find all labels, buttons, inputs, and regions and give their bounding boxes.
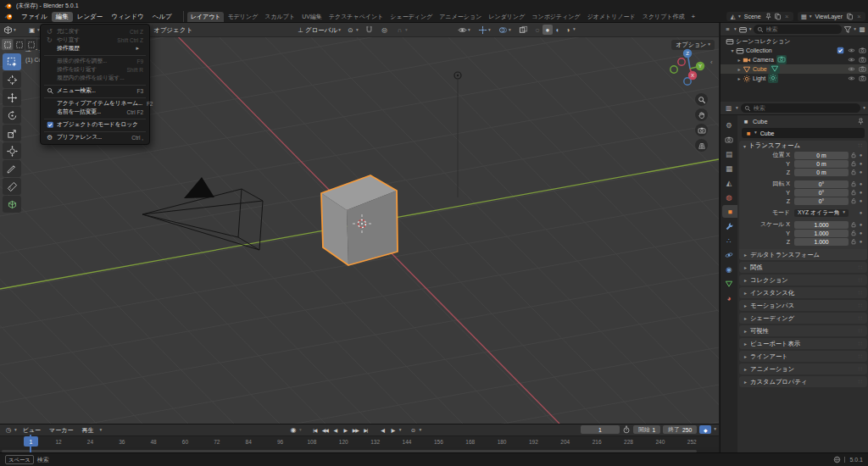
outliner-object-row[interactable]: ▸ Camera [721, 55, 868, 64]
new-viewlayer-icon[interactable] [846, 13, 854, 20]
perspective-toggle-button[interactable] [695, 139, 708, 152]
viewlayer-selector[interactable]: ▦▾ ViewLayer × [798, 12, 865, 21]
xray-toggle[interactable] [517, 25, 530, 36]
animate-dot-button[interactable]: ● [858, 169, 864, 175]
current-frame-field[interactable]: 1 [581, 425, 620, 434]
properties-panel-header[interactable]: ▸ モーションパス ∷ [739, 300, 867, 311]
properties-tab[interactable]: ∴ [721, 234, 737, 247]
shading-dropdown-caret-icon[interactable]: ▾ [573, 27, 576, 32]
playback-button[interactable]: ▶▶ [351, 425, 360, 435]
properties-panel-header[interactable]: ▸ コレクション ∷ [739, 275, 867, 286]
lock-toggle[interactable] [849, 169, 858, 175]
timeline-menu[interactable]: 再生 [77, 426, 97, 435]
menu-item[interactable]: 最後の操作を調整... F9 [41, 57, 149, 65]
blender-menu-icon[interactable] [4, 12, 14, 21]
properties-tab[interactable]: ◍ [721, 191, 737, 203]
delta-transform-panel[interactable]: ▸ デルタトランスフォーム [739, 249, 867, 260]
select-mode-button[interactable] [25, 39, 36, 50]
camera-view-button[interactable] [695, 124, 708, 136]
value-field[interactable]: 0° [794, 197, 849, 205]
lock-toggle[interactable] [849, 180, 858, 187]
transform-panel-header[interactable]: ▾ トランスフォーム ∷ [739, 141, 867, 151]
tool-button[interactable] [3, 71, 21, 88]
value-field[interactable]: 0 m [794, 160, 849, 168]
filter-icon[interactable] [843, 25, 852, 34]
menu-item[interactable]: 操作履歴 ▸ [41, 44, 149, 53]
timeline-menu[interactable]: ビュー [19, 426, 45, 435]
tool-button[interactable] [3, 178, 21, 195]
properties-tab[interactable] [721, 277, 737, 290]
shading-solid-button[interactable]: ● [542, 25, 553, 35]
axis-neg-x-handle[interactable] [678, 58, 685, 65]
lock-toggle[interactable] [849, 189, 858, 196]
playback-button[interactable]: ▶| [361, 425, 370, 435]
filter-collection-dropdown[interactable] [738, 25, 748, 34]
tool-button[interactable] [3, 142, 21, 159]
scene-collection-row[interactable]: シーンコレクション [721, 36, 868, 46]
tool-button[interactable] [3, 107, 21, 124]
workspace-tab[interactable]: レンダリング [485, 12, 528, 22]
menu-item[interactable]: 名前を一括変更... Ctrl F2 [41, 108, 149, 116]
tool-button[interactable] [3, 89, 21, 106]
value-field[interactable]: 1.000 [794, 238, 849, 246]
properties-panel-header[interactable]: ▸ ラインアート ∷ [739, 351, 867, 362]
snap-toggle[interactable] [363, 25, 376, 36]
animate-dot-button[interactable]: ● [858, 190, 864, 195]
auto-key-button[interactable]: ◉ [288, 425, 298, 435]
outliner-search-input[interactable] [766, 26, 839, 32]
outliner-options-icon[interactable]: ▩ [858, 25, 866, 34]
pin-icon[interactable] [765, 13, 772, 20]
expand-arrow-icon[interactable]: ▾ [729, 47, 736, 53]
outliner-object-row[interactable]: ▸ Light [721, 74, 868, 83]
lock-toggle[interactable] [849, 230, 858, 236]
eye-icon[interactable] [848, 47, 855, 54]
animate-dot-button[interactable]: ● [858, 210, 864, 215]
properties-search-input[interactable] [754, 105, 857, 111]
scene-selector[interactable]: ◭▾ Scene × [726, 12, 793, 21]
menu-item[interactable]: ファイル [17, 12, 52, 22]
properties-editor-icon[interactable]: ▥ [724, 104, 733, 113]
animate-dot-button[interactable]: ● [858, 161, 864, 166]
properties-panel-header[interactable]: ▸ ビューポート表示 ∷ [739, 338, 867, 349]
properties-tab[interactable] [721, 219, 737, 232]
frame-end-field[interactable]: 終了250 [663, 425, 697, 434]
properties-panel-header[interactable]: ▸ カスタムプロパティ ∷ [739, 376, 867, 387]
stopwatch-icon[interactable] [622, 425, 631, 434]
outliner-search[interactable] [754, 25, 843, 34]
animate-dot-button[interactable]: ● [858, 181, 864, 186]
properties-panel-header[interactable]: ▸ インスタンス化 ∷ [739, 287, 867, 298]
object-name-input[interactable] [759, 130, 862, 137]
shading-rendered-button[interactable]: ◑ [563, 25, 573, 35]
select-mode-button[interactable] [2, 39, 13, 50]
proportional-falloff-dropdown[interactable]: ∩▾ [393, 25, 409, 36]
value-field[interactable]: 0° [794, 189, 849, 197]
eye-icon[interactable] [848, 65, 855, 73]
proportional-edit-toggle[interactable]: ◎ [378, 25, 391, 36]
render-visibility-icon[interactable] [859, 75, 866, 82]
properties-tab[interactable]: ◉ [721, 263, 737, 275]
menu-item[interactable]: ↺ 元に戻す Ctrl Z [41, 27, 149, 36]
sidebar-toggle[interactable]: ‹ [710, 58, 713, 66]
expand-arrow-icon[interactable]: ▸ [736, 57, 743, 63]
animate-dot-button[interactable]: ● [858, 198, 864, 203]
shading-material-button[interactable]: ◐ [553, 25, 563, 35]
lock-toggle[interactable] [849, 221, 858, 228]
playback-button[interactable]: ◀ [331, 425, 340, 435]
menu-item[interactable]: ヘルプ [148, 12, 176, 22]
workspace-tab[interactable]: ジオメトリノード [584, 12, 639, 22]
menu-item[interactable]: 履歴内の操作を繰り返す... [41, 74, 149, 82]
properties-tab[interactable]: ■ [722, 205, 737, 218]
object-menu[interactable]: オブジェクト [153, 26, 192, 35]
animate-dot-button[interactable]: ● [858, 222, 864, 227]
workspace-tab[interactable]: UV編集 [298, 12, 326, 22]
menu-item[interactable]: レンダー [73, 12, 108, 22]
properties-tab[interactable]: ◭ [721, 176, 737, 189]
properties-tab[interactable]: ▤ [721, 147, 737, 160]
eye-icon[interactable] [848, 75, 855, 82]
render-visibility-icon[interactable] [859, 56, 866, 64]
show-overlays-dropdown[interactable]: ▾ [497, 25, 513, 36]
playback-button[interactable]: ◀◀ [320, 425, 330, 435]
frame-step-button[interactable]: ◀| [378, 425, 387, 435]
value-field[interactable]: 1.000 [794, 221, 849, 229]
close-icon[interactable]: × [855, 13, 863, 20]
